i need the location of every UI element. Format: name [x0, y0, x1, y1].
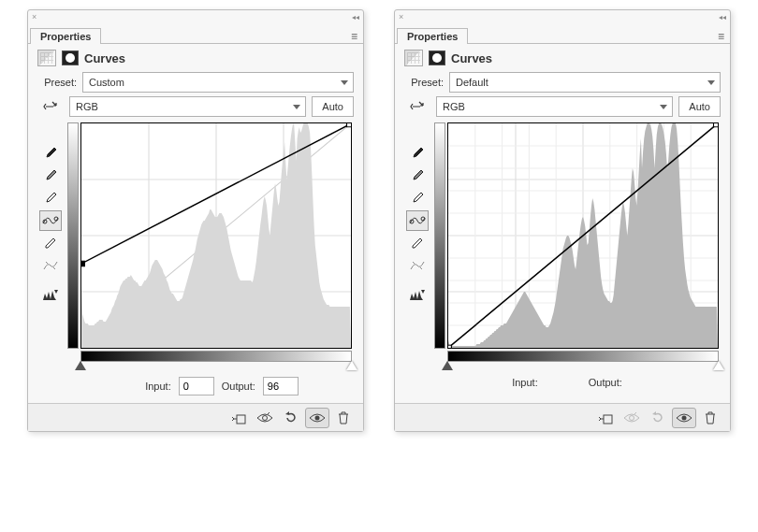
- collapse-icon[interactable]: ◂◂: [719, 13, 726, 22]
- clip-mask-icon[interactable]: [226, 408, 251, 428]
- svg-rect-45: [604, 415, 612, 424]
- eyedropper-black-icon[interactable]: [39, 143, 62, 164]
- reset-icon: [646, 408, 670, 428]
- preset-select[interactable]: Custom: [82, 72, 354, 93]
- curves-adjustment-icon: [37, 50, 56, 66]
- output-label: Output:: [589, 377, 622, 388]
- channel-select[interactable]: RGB: [69, 96, 306, 117]
- input-gradient: [447, 351, 719, 362]
- auto-button[interactable]: Auto: [678, 96, 721, 117]
- preset-label: Preset:: [37, 77, 77, 88]
- input-field[interactable]: [179, 377, 214, 395]
- eyedropper-white-icon[interactable]: [39, 188, 62, 208]
- direct-curve-icon[interactable]: [406, 210, 429, 231]
- output-field[interactable]: [263, 377, 299, 395]
- adjustment-header: Curves: [28, 44, 363, 70]
- preset-row: Preset: Default: [395, 70, 730, 94]
- trash-icon[interactable]: [698, 408, 722, 428]
- input-gradient: [80, 351, 352, 362]
- collapse-icon[interactable]: ◂◂: [352, 13, 359, 22]
- panel-titlebar: × ◂◂: [28, 10, 363, 23]
- tool-column: [404, 122, 430, 366]
- layer-mask-icon[interactable]: [62, 50, 79, 65]
- preset-select[interactable]: Default: [449, 72, 721, 93]
- visibility-icon[interactable]: [672, 408, 696, 428]
- eyedropper-gray-icon[interactable]: [406, 165, 429, 186]
- menu-icon[interactable]: ≡: [718, 30, 724, 43]
- pencil-icon[interactable]: [406, 233, 429, 253]
- svg-rect-43: [448, 345, 451, 348]
- tab-properties[interactable]: Properties: [30, 28, 101, 44]
- output-label: Output:: [222, 381, 255, 392]
- scrubby-icon[interactable]: [39, 96, 62, 117]
- io-row: Input: Output:: [395, 367, 730, 395]
- smooth-icon[interactable]: [406, 255, 429, 276]
- tab-bar: Properties ≡: [28, 23, 363, 44]
- view-previous-icon[interactable]: [253, 408, 277, 428]
- trash-icon[interactable]: [331, 408, 356, 428]
- panel-titlebar: × ◂◂: [395, 10, 730, 23]
- channel-row: RGB Auto: [395, 94, 730, 119]
- clip-mask-icon[interactable]: [593, 408, 618, 428]
- svg-point-47: [682, 415, 687, 420]
- output-gradient: [434, 122, 445, 349]
- io-row: Input: Output:: [28, 367, 363, 403]
- preset-label: Preset:: [404, 77, 444, 88]
- smooth-icon[interactable]: [39, 255, 62, 276]
- curve-box[interactable]: [447, 122, 719, 349]
- visibility-icon[interactable]: [305, 408, 329, 428]
- channel-select[interactable]: RGB: [436, 96, 673, 117]
- adjustment-title: Curves: [84, 51, 125, 65]
- preset-row: Preset: Custom: [28, 70, 363, 94]
- panel-footer: [28, 403, 363, 431]
- reset-icon[interactable]: [279, 408, 303, 428]
- scrubby-icon[interactable]: [406, 96, 429, 117]
- adjustment-title: Curves: [451, 51, 492, 65]
- curve-area: [434, 122, 721, 366]
- view-previous-icon: [620, 408, 644, 428]
- tool-column: [37, 122, 64, 366]
- input-label: Input:: [512, 377, 538, 388]
- adjustment-header: Curves: [395, 44, 730, 70]
- black-point-slider[interactable]: [75, 361, 86, 370]
- tab-bar: Properties ≡: [395, 23, 730, 44]
- direct-curve-icon[interactable]: [39, 210, 62, 231]
- curves-body: [28, 119, 363, 367]
- tab-properties[interactable]: Properties: [397, 28, 468, 44]
- close-icon[interactable]: ×: [399, 12, 403, 22]
- curves-body: [395, 119, 730, 367]
- clip-warning-icon[interactable]: [39, 285, 62, 306]
- auto-button[interactable]: Auto: [312, 96, 354, 117]
- eyedropper-white-icon[interactable]: [406, 188, 429, 208]
- svg-point-46: [630, 415, 634, 420]
- menu-icon[interactable]: ≡: [351, 30, 357, 43]
- svg-rect-11: [347, 123, 352, 127]
- curves-adjustment-icon: [404, 50, 423, 66]
- eyedropper-gray-icon[interactable]: [39, 165, 62, 186]
- curve-box[interactable]: [80, 122, 352, 349]
- output-gradient: [67, 122, 79, 349]
- svg-point-13: [263, 415, 268, 420]
- clip-warning-icon[interactable]: [406, 285, 429, 306]
- panel-footer: [395, 403, 730, 431]
- close-icon[interactable]: ×: [32, 12, 36, 22]
- eyedropper-black-icon[interactable]: [406, 143, 429, 164]
- svg-point-14: [315, 415, 320, 420]
- white-point-slider[interactable]: [346, 361, 357, 370]
- white-point-slider[interactable]: [713, 361, 724, 370]
- svg-rect-10: [81, 261, 84, 266]
- input-label: Input:: [145, 381, 171, 392]
- layer-mask-icon[interactable]: [429, 50, 445, 65]
- svg-rect-44: [714, 123, 719, 127]
- black-point-slider[interactable]: [442, 361, 453, 370]
- curve-area: [67, 122, 354, 366]
- properties-panel-left: × ◂◂ Properties ≡ Curves Preset: Custom …: [27, 9, 364, 432]
- pencil-icon[interactable]: [39, 233, 62, 253]
- svg-rect-12: [237, 415, 245, 424]
- channel-row: RGB Auto: [28, 94, 363, 119]
- properties-panel-right: × ◂◂ Properties ≡ Curves Preset: Default…: [394, 9, 731, 432]
